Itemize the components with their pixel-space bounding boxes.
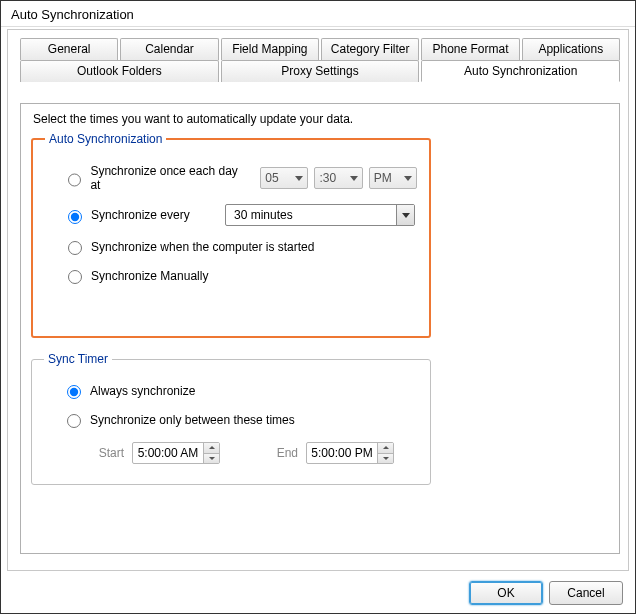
content-panel: General Calendar Field Mapping Category …	[7, 29, 629, 571]
radio-sync-every[interactable]	[68, 210, 82, 224]
radio-sync-once[interactable]	[68, 173, 81, 187]
radio-always[interactable]	[67, 385, 81, 399]
select-minute[interactable]: :30	[314, 167, 362, 189]
chevron-down-icon	[402, 213, 410, 218]
start-label: Start	[90, 446, 124, 460]
start-time-input[interactable]	[133, 443, 203, 463]
auto-sync-group: Auto Synchronization Synchronize once ea…	[31, 132, 431, 338]
dialog-buttons: OK Cancel	[469, 581, 623, 605]
label-sync-once: Synchronize once each day at	[90, 164, 244, 192]
radio-between[interactable]	[67, 414, 81, 428]
radio-sync-manual[interactable]	[68, 270, 82, 284]
tab-calendar[interactable]: Calendar	[120, 38, 218, 60]
end-label: End	[264, 446, 298, 460]
end-time-input[interactable]	[307, 443, 377, 463]
tab-outlook-folders[interactable]: Outlook Folders	[20, 60, 219, 82]
tab-strip: General Calendar Field Mapping Category …	[8, 30, 628, 82]
chevron-down-icon	[350, 176, 358, 181]
tab-auto-synchronization[interactable]: Auto Synchronization	[421, 60, 620, 82]
tab-general[interactable]: General	[20, 38, 118, 60]
settings-window: Auto Synchronization General Calendar Fi…	[0, 0, 636, 614]
end-spinner[interactable]	[377, 443, 393, 463]
tab-phone-format[interactable]: Phone Format	[421, 38, 519, 60]
label-sync-manual: Synchronize Manually	[91, 269, 208, 283]
cancel-button[interactable]: Cancel	[549, 581, 623, 605]
tab-applications[interactable]: Applications	[522, 38, 620, 60]
start-spinner[interactable]	[203, 443, 219, 463]
auto-sync-legend: Auto Synchronization	[45, 132, 166, 146]
select-interval[interactable]: 30 minutes	[225, 204, 415, 226]
end-time-field[interactable]	[306, 442, 394, 464]
auto-sync-tab-panel: Select the times you want to automatical…	[20, 103, 620, 554]
ok-button[interactable]: OK	[469, 581, 543, 605]
window-title: Auto Synchronization	[1, 1, 635, 27]
label-between: Synchronize only between these times	[90, 413, 295, 427]
select-ampm[interactable]: PM	[369, 167, 417, 189]
tab-field-mapping[interactable]: Field Mapping	[221, 38, 319, 60]
select-hour[interactable]: 05	[260, 167, 308, 189]
chevron-down-icon	[404, 176, 412, 181]
label-sync-startup: Synchronize when the computer is started	[91, 240, 314, 254]
tab-category-filter[interactable]: Category Filter	[321, 38, 419, 60]
tab-proxy-settings[interactable]: Proxy Settings	[221, 60, 420, 82]
sync-timer-legend: Sync Timer	[44, 352, 112, 366]
start-time-field[interactable]	[132, 442, 220, 464]
sync-timer-group: Sync Timer Always synchronize Synchroniz…	[31, 352, 431, 485]
label-sync-every: Synchronize every	[91, 208, 219, 222]
radio-sync-startup[interactable]	[68, 241, 82, 255]
chevron-down-icon	[295, 176, 303, 181]
instruction-text: Select the times you want to automatical…	[33, 112, 609, 126]
label-always: Always synchronize	[90, 384, 195, 398]
